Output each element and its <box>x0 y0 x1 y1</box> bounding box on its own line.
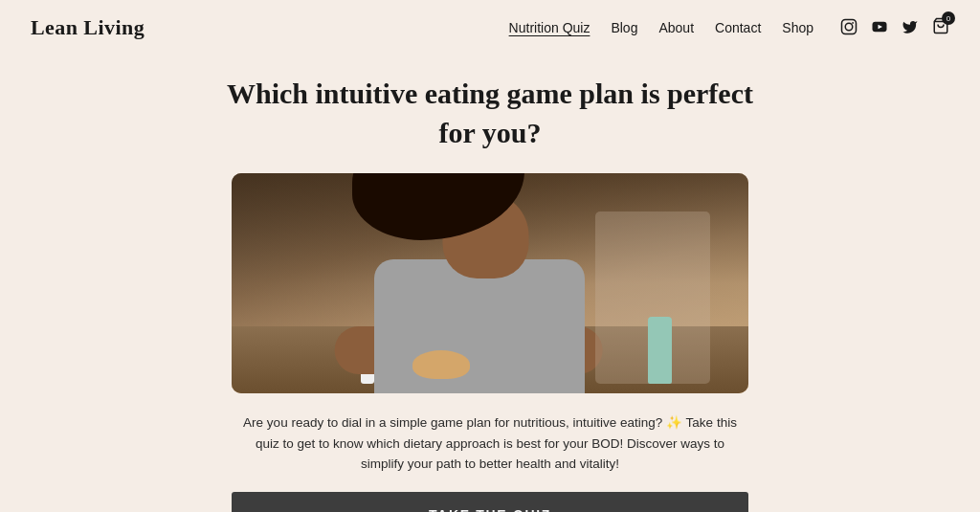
cart-count: 0 <box>942 11 955 25</box>
take-quiz-button[interactable]: TAKE THE QUIZ <box>232 492 748 512</box>
site-logo[interactable]: Lean Living <box>31 15 145 40</box>
nav-item-blog[interactable]: Blog <box>611 19 637 36</box>
hero-image <box>232 173 748 393</box>
nav-item-about[interactable]: About <box>658 19 694 36</box>
youtube-icon[interactable] <box>871 18 888 38</box>
svg-rect-0 <box>842 19 857 33</box>
person-shirt <box>374 259 585 393</box>
description-text: Are you ready to dial in a simple game p… <box>236 412 744 475</box>
svg-point-2 <box>852 21 854 23</box>
nav-item-shop[interactable]: Shop <box>782 19 813 36</box>
right-menu-items <box>595 211 710 384</box>
social-icons: 0 <box>840 17 949 38</box>
nav-right: Nutrition Quiz Blog About Contact Shop <box>509 17 949 38</box>
page-heading: Which intuitive eating game plan is perf… <box>222 75 758 152</box>
svg-point-1 <box>845 23 853 31</box>
food-bowl <box>412 350 470 379</box>
nav-links: Nutrition Quiz Blog About Contact Shop <box>509 19 813 36</box>
instagram-icon[interactable] <box>840 18 858 38</box>
nav-link-contact[interactable]: Contact <box>715 20 761 35</box>
nav-link-about[interactable]: About <box>658 20 694 35</box>
main-content: Which intuitive eating game plan is perf… <box>0 56 980 512</box>
nav-item-nutrition-quiz[interactable]: Nutrition Quiz <box>509 19 590 36</box>
nav-link-nutrition-quiz[interactable]: Nutrition Quiz <box>509 20 590 35</box>
nav-link-blog[interactable]: Blog <box>611 20 637 35</box>
nav-item-contact[interactable]: Contact <box>715 19 761 36</box>
hero-image-canvas <box>232 173 748 393</box>
nav-link-shop[interactable]: Shop <box>782 20 813 35</box>
cart-icon-wrapper[interactable]: 0 <box>932 17 949 38</box>
navbar: Lean Living Nutrition Quiz Blog About Co… <box>0 0 980 56</box>
twitter-icon[interactable] <box>902 18 919 38</box>
